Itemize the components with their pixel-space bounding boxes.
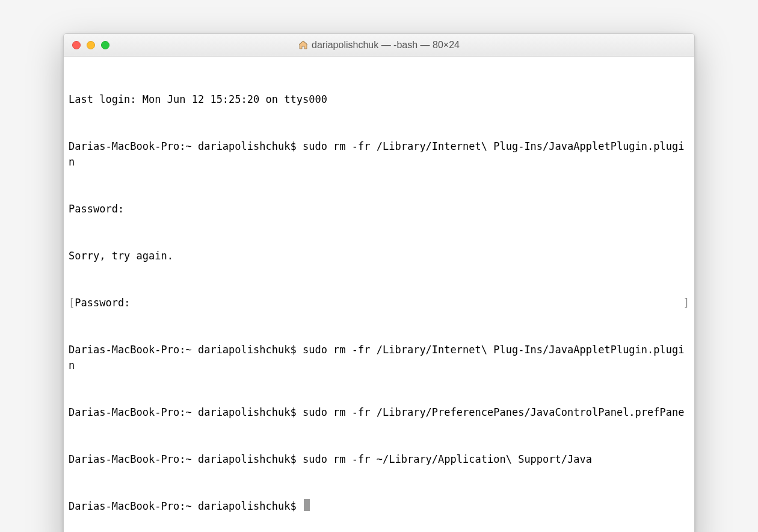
terminal-prompt-line: Darias-MacBook-Pro:~ dariapolishchuk$	[69, 498, 689, 514]
close-button[interactable]	[72, 41, 81, 49]
bracket-right: ]	[683, 295, 689, 311]
terminal-line: Darias-MacBook-Pro:~ dariapolishchuk$ su…	[69, 138, 689, 170]
traffic-lights	[64, 41, 109, 49]
bracket-left: [	[69, 297, 75, 309]
window-title-wrap: dariapolishchuk — -bash — 80×24	[64, 40, 694, 51]
maximize-button[interactable]	[101, 41, 109, 49]
terminal-line: Darias-MacBook-Pro:~ dariapolishchuk$ su…	[69, 404, 689, 420]
terminal-window: dariapolishchuk — -bash — 80×24 Last log…	[63, 33, 695, 532]
titlebar[interactable]: dariapolishchuk — -bash — 80×24	[64, 34, 694, 57]
terminal-text: Password:	[75, 297, 130, 309]
terminal-body[interactable]: Last login: Mon Jun 12 15:25:20 on ttys0…	[64, 57, 694, 532]
home-icon	[298, 40, 308, 50]
terminal-line: Sorry, try again.	[69, 248, 689, 264]
terminal-line: Darias-MacBook-Pro:~ dariapolishchuk$ su…	[69, 342, 689, 373]
terminal-line: [Password:]	[69, 295, 689, 311]
minimize-button[interactable]	[87, 41, 95, 49]
terminal-line: Last login: Mon Jun 12 15:25:20 on ttys0…	[69, 91, 689, 107]
terminal-prompt: Darias-MacBook-Pro:~ dariapolishchuk$	[69, 500, 303, 512]
terminal-line: Darias-MacBook-Pro:~ dariapolishchuk$ su…	[69, 451, 689, 467]
cursor	[304, 499, 310, 511]
window-title: dariapolishchuk — -bash — 80×24	[312, 40, 460, 51]
terminal-line: Password:	[69, 201, 689, 217]
